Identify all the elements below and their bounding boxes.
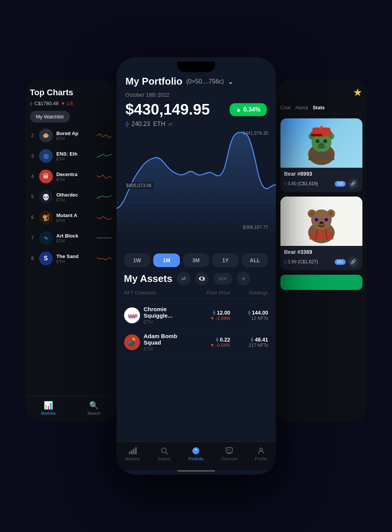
sparkline — [97, 173, 112, 180]
avatar: 🏛 — [39, 170, 53, 183]
svg-rect-22 — [320, 219, 323, 220]
hide-assets-button[interactable]: 👁‍🗨 — [195, 272, 209, 285]
svg-point-19 — [329, 211, 333, 216]
avatar: 💀 — [39, 190, 53, 204]
svg-point-24 — [325, 218, 328, 221]
avatar: 🐒 — [39, 211, 53, 224]
na-button: N/A — [213, 273, 232, 285]
eth-icon: ⟠ — [30, 101, 32, 106]
filter-1w[interactable]: 1W — [124, 253, 151, 267]
svg-point-6 — [316, 139, 320, 143]
svg-point-12 — [320, 126, 323, 129]
nav-search-label: Search — [157, 456, 171, 461]
tab-stats[interactable]: Stats — [313, 105, 325, 110]
svg-rect-29 — [131, 450, 133, 454]
chevron-down-icon[interactable]: ⌄ — [228, 77, 233, 86]
list-item[interactable]: 5 💀 Otherdec ETH — [30, 190, 112, 204]
search-icon: 🔍 — [89, 401, 99, 410]
col-nft-header: NFT Collection — [124, 290, 189, 296]
avatar: 🐵 — [39, 129, 53, 142]
item-name: Bored Ap — [57, 131, 93, 136]
nav-discover[interactable]: Discover — [221, 447, 238, 461]
asset-row-2[interactable]: 💣 Adam Bomb Squad ETH ⟠ 0.22 ▼ -0.04% ⟠ … — [124, 329, 268, 356]
home-indicator — [177, 470, 215, 472]
markets-label: Markets — [41, 411, 56, 416]
watchlist-button[interactable]: My Watchlist — [30, 111, 70, 123]
swap-icon[interactable]: ⇄ — [168, 121, 173, 127]
link-button-2[interactable]: 🔗 — [348, 257, 359, 267]
item-name: Art Block — [57, 233, 93, 239]
nft-card-2[interactable]: Bear #3369 ⟠ 3.99 (C$1,627) 001 🔗 — [280, 197, 362, 270]
notch-area — [116, 57, 276, 72]
asset-name-2: Adam Bomb Squad — [144, 333, 189, 346]
right-phone: ★ Chat About Stats — [276, 80, 367, 422]
assets-title: My Assets — [124, 273, 173, 285]
item-chain: ETH — [57, 157, 93, 161]
right-tabs: Chat About Stats — [280, 105, 362, 114]
nav-portfolio-label: Portfolio — [188, 456, 203, 461]
chart-mid-label: $405,073.06 — [124, 182, 154, 189]
filter-1y[interactable]: 1Y — [212, 253, 239, 267]
item-chain: ETH — [57, 136, 93, 141]
svg-rect-30 — [133, 449, 135, 455]
eth-amount: 240.23 — [132, 121, 150, 127]
assets-section: My Assets ⇄ 👁‍🗨 N/A + NFT Collection Flo… — [116, 272, 276, 442]
nav-search[interactable]: Search — [157, 447, 171, 461]
table-header: NFT Collection Floor Price Holdings — [124, 290, 268, 299]
item-chain: ETH — [57, 259, 93, 264]
list-item[interactable]: 6 🐒 Mutant A ETH — [30, 211, 112, 224]
list-item[interactable]: 8 S The Sand ETH — [30, 252, 112, 265]
list-item[interactable]: 7 ∿ Art Block ETH — [30, 231, 112, 245]
svg-rect-28 — [129, 452, 131, 454]
asset-row-1[interactable]: Chromie Squiggle... ETH ⟠ 12.00 ▼ -2.04%… — [124, 302, 268, 329]
nav-discover-label: Discover — [221, 456, 238, 461]
add-assets-button[interactable]: + — [237, 272, 250, 285]
swap-assets-button[interactable]: ⇄ — [177, 272, 190, 285]
portfolio-header: My Portfolio (0×50....756c) ⌄ October 18… — [116, 72, 276, 127]
nav-search[interactable]: 🔍 Search — [87, 401, 101, 416]
assets-header: My Assets ⇄ 👁‍🗨 N/A + — [124, 272, 268, 285]
floor-change-1: ▼ -2.04% — [189, 316, 230, 321]
holdings-value-2: ⟠ 48.41 — [230, 337, 268, 343]
portfolio-value: $430,149.95 — [126, 101, 210, 118]
nav-markets[interactable]: 📊 Markets — [41, 401, 56, 416]
svg-point-7 — [323, 139, 327, 143]
list-item[interactable]: 4 🏛 Decentra ETH — [30, 170, 112, 183]
bomb-icon: 💣 — [124, 334, 140, 350]
sparkline — [97, 193, 112, 201]
filter-3m[interactable]: 3M — [183, 253, 209, 267]
nav-markets-label: Markets — [125, 456, 140, 461]
portfolio-icon — [192, 447, 200, 455]
portfolio-address: (0×50....756c) — [186, 78, 224, 85]
nav-profile-label: Profile — [255, 456, 267, 461]
svg-line-33 — [166, 452, 168, 454]
nav-profile[interactable]: Profile — [255, 447, 267, 461]
svg-point-8 — [318, 143, 324, 147]
filter-all[interactable]: ALL — [242, 253, 268, 267]
holdings-count-2: 217 NFTs — [230, 343, 268, 348]
nft-card-1[interactable]: Bear #8993 ⟠ 3.80 (C$1,619) 768 🔗 — [280, 118, 362, 192]
filter-1m[interactable]: 1M — [153, 253, 180, 267]
top-charts-title: Top Charts — [30, 88, 112, 98]
bottom-nav: Markets Search Portfolio — [116, 442, 276, 470]
list-item[interactable]: 3 ◎ ENS: Eth ETH — [30, 149, 112, 163]
tab-about[interactable]: About — [295, 105, 308, 110]
portfolio-date: October 18th 2022 — [126, 92, 267, 98]
item-name: The Sand — [57, 253, 93, 259]
portfolio-title: My Portfolio — [126, 76, 183, 87]
green-bar — [280, 275, 362, 290]
tab-chat[interactable]: Chat — [280, 105, 291, 110]
link-button-1[interactable]: 🔗 — [348, 178, 359, 189]
chart-max-label: $441,978.35 — [243, 131, 268, 136]
nav-portfolio[interactable]: Portfolio — [188, 447, 203, 461]
star-icon[interactable]: ★ — [353, 86, 362, 99]
left-phone: Top Charts ⟠ C$1780.48 ▼ 1.8 My Watchlis… — [25, 80, 116, 422]
avatar: ∿ — [39, 231, 53, 245]
list-item[interactable]: 2 🐵 Bored Ap ETH — [30, 129, 112, 142]
nav-markets[interactable]: Markets — [125, 447, 140, 461]
sparkline — [97, 152, 112, 160]
item-name: Mutant A — [57, 212, 93, 218]
item-name: Otherdec — [57, 192, 93, 198]
nft-name-2: Bear #3369 — [284, 249, 359, 255]
avatar: S — [39, 252, 53, 265]
